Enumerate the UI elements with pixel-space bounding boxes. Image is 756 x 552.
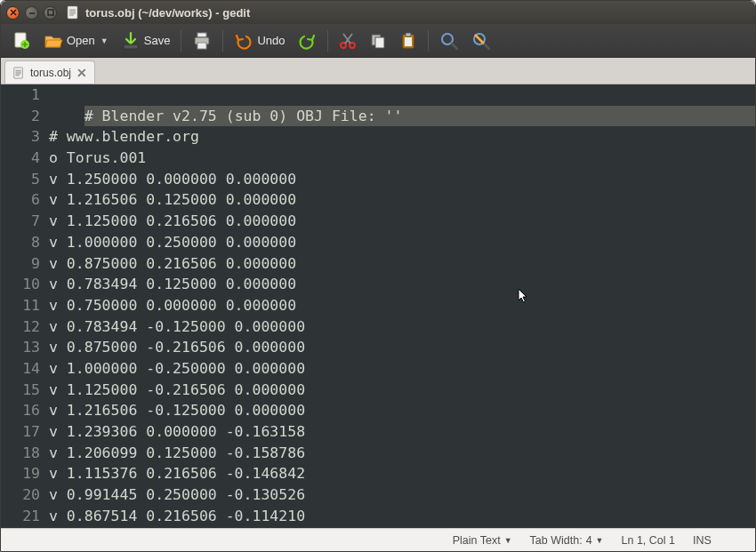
line-number: 16 bbox=[1, 400, 40, 421]
toolbar-separator bbox=[222, 30, 223, 52]
app-icon bbox=[66, 5, 80, 20]
new-file-button[interactable] bbox=[6, 27, 36, 55]
undo-icon bbox=[234, 31, 253, 51]
cursor-position: Ln 1, Col 1 bbox=[622, 534, 675, 547]
line-number: 18 bbox=[1, 443, 40, 464]
code-line[interactable]: v 1.206099 0.125000 -0.158786 bbox=[49, 443, 755, 464]
redo-icon bbox=[297, 31, 317, 51]
line-number: 11 bbox=[1, 295, 40, 316]
svg-rect-1 bbox=[68, 6, 77, 19]
toolbar-separator bbox=[428, 30, 429, 52]
code-line[interactable]: v 1.000000 0.250000 0.000000 bbox=[49, 232, 755, 253]
window-titlebar: torus.obj (~/dev/works) - gedit bbox=[1, 1, 755, 24]
insert-mode[interactable]: INS bbox=[693, 534, 743, 547]
svg-rect-11 bbox=[375, 37, 384, 48]
print-button[interactable] bbox=[187, 27, 217, 55]
syntax-label: Plain Text bbox=[453, 534, 501, 547]
line-number: 8 bbox=[1, 232, 40, 253]
tab-width-selector[interactable]: Tab Width: 4 ▼ bbox=[530, 534, 604, 547]
svg-rect-14 bbox=[405, 37, 412, 46]
main-toolbar: Open ▼ Save Undo bbox=[1, 24, 755, 58]
svg-rect-4 bbox=[124, 44, 138, 49]
code-line[interactable]: # www.blender.org bbox=[49, 126, 755, 148]
folder-open-icon bbox=[44, 31, 63, 51]
line-number: 14 bbox=[1, 358, 40, 380]
cut-button[interactable] bbox=[334, 27, 362, 55]
search-icon bbox=[439, 31, 459, 51]
line-number: 9 bbox=[1, 253, 40, 275]
find-replace-icon bbox=[471, 31, 491, 51]
line-number: 5 bbox=[1, 169, 40, 190]
svg-rect-13 bbox=[406, 33, 411, 36]
cut-icon bbox=[339, 32, 357, 50]
line-number: 20 bbox=[1, 484, 40, 506]
line-number-gutter: 123456789101112131415161718192021 bbox=[1, 84, 49, 528]
save-button[interactable]: Save bbox=[116, 27, 176, 55]
undo-button[interactable]: Undo bbox=[229, 27, 290, 55]
paste-icon bbox=[399, 32, 417, 50]
minimize-window-button[interactable] bbox=[25, 6, 38, 20]
line-number: 2 bbox=[1, 106, 40, 127]
chevron-down-icon: ▼ bbox=[101, 36, 109, 45]
document-tab[interactable]: torus.obj ✕ bbox=[4, 60, 95, 84]
paste-button[interactable] bbox=[394, 27, 422, 55]
code-line[interactable]: v 0.783494 0.125000 0.000000 bbox=[49, 274, 755, 295]
chevron-down-icon: ▼ bbox=[596, 536, 604, 545]
new-file-icon bbox=[12, 31, 31, 51]
maximize-window-button[interactable] bbox=[44, 6, 57, 20]
window-title: torus.obj (~/dev/works) - gedit bbox=[85, 6, 250, 20]
code-line[interactable]: v 1.216506 0.125000 0.000000 bbox=[49, 189, 755, 211]
svg-rect-5 bbox=[197, 33, 206, 37]
line-number: 7 bbox=[1, 211, 40, 232]
code-line[interactable]: # Blender v2.75 (sub 0) OBJ File: '' bbox=[84, 106, 755, 127]
code-line[interactable]: v 0.875000 -0.216506 0.000000 bbox=[49, 337, 755, 358]
text-editor[interactable]: 123456789101112131415161718192021 # Blen… bbox=[1, 84, 755, 528]
code-line[interactable]: v 1.125000 -0.216506 0.000000 bbox=[49, 380, 755, 401]
tab-filename: torus.obj bbox=[30, 67, 71, 79]
file-icon bbox=[12, 67, 25, 79]
redo-button[interactable] bbox=[292, 27, 322, 55]
line-number: 4 bbox=[1, 148, 40, 169]
line-number: 17 bbox=[1, 421, 40, 443]
save-icon bbox=[121, 31, 141, 51]
svg-rect-7 bbox=[197, 43, 206, 49]
toolbar-separator bbox=[327, 30, 328, 52]
line-number: 1 bbox=[1, 84, 40, 106]
toolbar-separator bbox=[181, 30, 181, 52]
code-line[interactable]: v 1.000000 -0.250000 0.000000 bbox=[49, 358, 755, 380]
chevron-down-icon: ▼ bbox=[504, 536, 512, 545]
find-replace-button[interactable] bbox=[466, 27, 496, 55]
undo-label: Undo bbox=[257, 34, 285, 47]
line-number: 6 bbox=[1, 189, 40, 211]
line-number: 10 bbox=[1, 274, 40, 295]
status-bar: Plain Text ▼ Tab Width: 4 ▼ Ln 1, Col 1 … bbox=[1, 528, 755, 551]
code-line[interactable]: v 0.875000 0.216506 0.000000 bbox=[49, 253, 755, 275]
editor-content[interactable]: # Blender v2.75 (sub 0) OBJ File: ''# ww… bbox=[49, 84, 755, 528]
tab-width-label: Tab Width: bbox=[530, 534, 583, 547]
code-line[interactable]: v 0.783494 -0.125000 0.000000 bbox=[49, 316, 755, 338]
code-line[interactable]: v 1.125000 0.216506 0.000000 bbox=[49, 211, 755, 232]
code-line[interactable]: v 1.216506 -0.125000 0.000000 bbox=[49, 400, 755, 421]
code-line[interactable]: v 1.115376 0.216506 -0.146842 bbox=[49, 463, 755, 484]
copy-button[interactable] bbox=[364, 27, 392, 55]
document-tabstrip: torus.obj ✕ bbox=[1, 58, 755, 84]
syntax-selector[interactable]: Plain Text ▼ bbox=[453, 534, 512, 547]
close-tab-button[interactable]: ✕ bbox=[76, 66, 87, 80]
line-number: 15 bbox=[1, 380, 40, 401]
code-line[interactable]: v 1.250000 0.000000 0.000000 bbox=[49, 169, 755, 190]
code-line[interactable]: o Torus.001 bbox=[49, 148, 755, 169]
copy-icon bbox=[369, 32, 387, 50]
svg-rect-17 bbox=[14, 67, 23, 77]
code-line[interactable]: v 1.239306 0.000000 -0.163158 bbox=[49, 421, 755, 443]
find-button[interactable] bbox=[434, 27, 464, 55]
code-line[interactable]: v 0.776791 0.125000 -0.102266 bbox=[49, 526, 755, 528]
close-window-button[interactable] bbox=[6, 6, 20, 20]
open-button[interactable]: Open ▼ bbox=[38, 27, 114, 55]
line-number: 12 bbox=[1, 316, 40, 338]
tab-width-value: 4 bbox=[586, 534, 592, 547]
code-line[interactable]: v 0.867514 0.216506 -0.114210 bbox=[49, 506, 755, 527]
code-line[interactable]: v 0.991445 0.250000 -0.130526 bbox=[49, 484, 755, 506]
code-line[interactable]: v 0.750000 0.000000 0.000000 bbox=[49, 295, 755, 316]
print-icon bbox=[192, 31, 212, 51]
line-number: 13 bbox=[1, 337, 40, 358]
